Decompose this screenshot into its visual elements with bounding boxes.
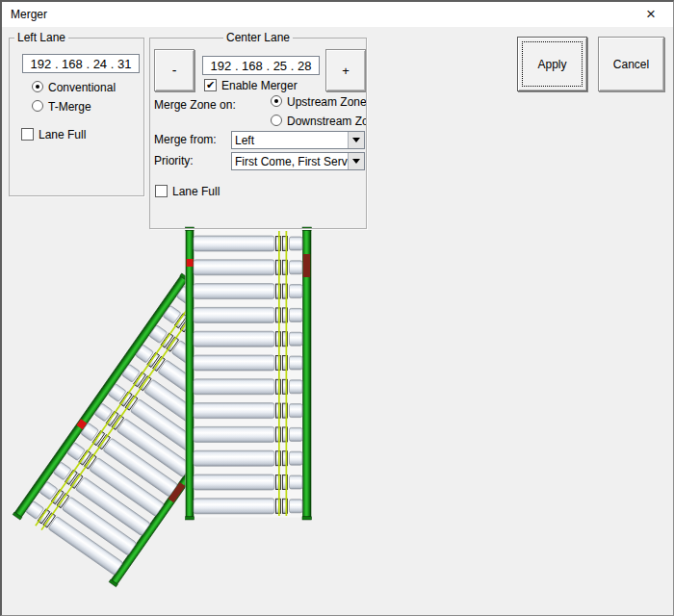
priority-label: Priority: — [154, 154, 194, 167]
conveyor-preview — [2, 223, 349, 616]
plus-button[interactable]: + — [325, 49, 366, 91]
checkbox-icon — [155, 185, 168, 197]
roller — [194, 426, 274, 442]
radio-t-merge-label: T-Merge — [48, 100, 91, 114]
merge-zone-on-label: Merge Zone on: — [154, 98, 236, 112]
radio-icon — [271, 115, 282, 126]
checkbox-icon — [204, 79, 217, 91]
title-bar: Merger × — [2, 2, 673, 27]
photo-eye-sensor — [187, 259, 194, 267]
radio-icon — [271, 95, 282, 107]
priority-select[interactable]: First Come, First Served — [231, 152, 365, 170]
window-title: Merger — [11, 8, 47, 21]
drive-belt — [286, 231, 288, 516]
apply-button[interactable]: Apply — [517, 37, 587, 91]
close-button[interactable]: × — [638, 4, 663, 25]
drive-belt — [278, 231, 280, 516]
radio-icon — [32, 100, 43, 112]
roller — [194, 260, 274, 275]
cancel-button[interactable]: Cancel — [598, 37, 664, 91]
roller — [194, 284, 274, 299]
center-lane-full-checkbox[interactable]: Lane Full — [155, 185, 261, 198]
merge-from-select[interactable]: Left — [231, 131, 365, 149]
radio-t-merge[interactable]: T-Merge — [32, 100, 138, 114]
center-lane-group: Center Lane - + Enable Merger Merge Zone… — [149, 31, 367, 229]
roller — [194, 307, 274, 322]
left-lane-full-label: Lane Full — [39, 128, 86, 141]
left-lane-group-title: Left Lane — [14, 31, 68, 44]
enable-merger-checkbox[interactable]: Enable Merger — [204, 79, 329, 92]
checkbox-icon — [21, 128, 34, 141]
left-lane-full-checkbox[interactable]: Lane Full — [21, 128, 127, 141]
chevron-down-icon[interactable] — [348, 132, 364, 148]
photo-eye-sensor — [303, 254, 310, 277]
radio-icon — [32, 81, 43, 92]
merge-from-label: Merge from: — [154, 133, 217, 146]
roller — [194, 379, 274, 395]
roller — [194, 331, 274, 346]
center-lane-group-title: Center Lane — [223, 31, 293, 44]
left-lane-ip-field[interactable] — [22, 54, 140, 73]
radio-conventional[interactable]: Conventional — [32, 81, 138, 94]
center-lane-full-label: Lane Full — [172, 185, 220, 198]
chevron-down-icon[interactable] — [348, 153, 364, 169]
radio-downstream-zone[interactable]: Downstream Zone — [271, 115, 367, 128]
merge-from-value: Left — [232, 134, 348, 147]
lane-rail — [186, 230, 194, 517]
minus-button[interactable]: - — [154, 49, 194, 91]
roller — [194, 236, 274, 251]
center-lane-ip-field[interactable] — [202, 56, 320, 75]
downstream-zone-label: Downstream Zone — [287, 115, 367, 128]
radio-upstream-zone[interactable]: Upstream Zone — [271, 95, 367, 109]
close-icon: × — [646, 5, 656, 23]
left-lane-group: Left Lane Conventional T-Merge Lane Full — [9, 31, 144, 196]
radio-conventional-label: Conventional — [48, 81, 116, 94]
roller — [194, 475, 274, 490]
priority-value: First Come, First Served — [232, 155, 348, 168]
upstream-zone-label: Upstream Zone — [287, 95, 367, 109]
roller — [194, 450, 274, 466]
roller — [194, 499, 274, 514]
roller — [194, 355, 274, 371]
roller — [194, 403, 274, 419]
enable-merger-label: Enable Merger — [221, 79, 298, 92]
merger-dialog: Merger × Left Lane Conventional T-Merge … — [0, 0, 674, 616]
